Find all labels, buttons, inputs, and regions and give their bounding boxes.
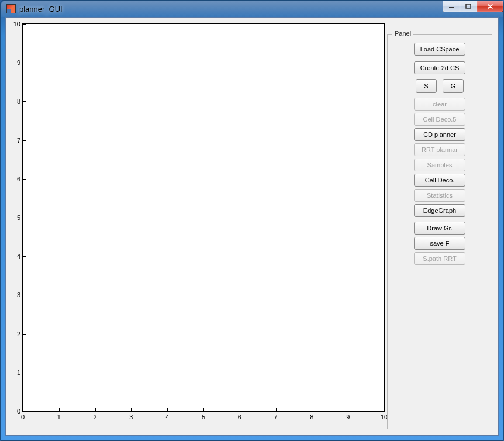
x-tick-label: 3 bbox=[129, 414, 133, 421]
y-tick-label: 3 bbox=[17, 291, 20, 298]
x-tick-label: 2 bbox=[94, 414, 97, 421]
x-tick-label: 0 bbox=[21, 414, 25, 421]
y-tick-label: 6 bbox=[17, 175, 20, 182]
y-tick-label: 7 bbox=[17, 137, 20, 144]
x-tick-label: 5 bbox=[202, 414, 205, 421]
window-controls bbox=[443, 1, 503, 12]
y-tick bbox=[23, 101, 26, 102]
y-tick-label: 2 bbox=[17, 330, 20, 337]
rrt-plannar-button: RRT plannar bbox=[414, 143, 465, 156]
x-tick-label: 1 bbox=[57, 414, 61, 421]
y-tick bbox=[23, 256, 26, 257]
axes[interactable]: 012345678910012345678910 bbox=[22, 23, 385, 412]
x-tick-label: 7 bbox=[274, 414, 278, 421]
svg-rect-0 bbox=[449, 7, 454, 8]
cell-deco-button[interactable]: Cell Deco. bbox=[414, 174, 465, 187]
y-tick bbox=[23, 63, 26, 63]
spath-rrt-button: S.path RRT bbox=[414, 252, 465, 265]
g-button[interactable]: G bbox=[443, 79, 464, 93]
y-tick bbox=[23, 295, 26, 295]
statistics-button: Statistics bbox=[414, 189, 465, 202]
content-area: 012345678910012345678910 Panel Load CSpa… bbox=[5, 17, 499, 436]
window-title: planner_GUI bbox=[19, 5, 63, 13]
sambles-button: Sambles bbox=[414, 159, 465, 171]
x-tick-label: 4 bbox=[165, 414, 169, 421]
x-tick bbox=[23, 408, 23, 411]
save-f-button[interactable]: save F bbox=[414, 237, 465, 250]
x-tick bbox=[203, 408, 204, 411]
y-tick-label: 10 bbox=[13, 20, 20, 27]
x-tick-label: 6 bbox=[238, 414, 241, 421]
app-window: planner_GUI 012345678910012345678910 Pan… bbox=[0, 0, 504, 441]
titlebar: planner_GUI bbox=[1, 1, 503, 17]
edgegraph-button[interactable]: EdgeGraph bbox=[414, 204, 465, 217]
x-tick bbox=[131, 408, 132, 411]
y-tick-label: 5 bbox=[17, 214, 20, 221]
x-tick bbox=[167, 408, 168, 411]
minimize-button[interactable] bbox=[443, 1, 460, 12]
y-tick bbox=[23, 334, 26, 335]
create-2d-cs-button[interactable]: Create 2d CS bbox=[414, 61, 465, 74]
x-tick bbox=[384, 408, 385, 411]
x-tick-label: 8 bbox=[310, 414, 313, 421]
plot-region: 012345678910012345678910 bbox=[6, 18, 387, 435]
y-tick bbox=[23, 140, 26, 141]
s-button[interactable]: S bbox=[416, 79, 437, 93]
x-tick bbox=[59, 408, 60, 411]
y-tick-label: 0 bbox=[17, 408, 20, 415]
y-tick-label: 9 bbox=[17, 59, 20, 66]
svg-rect-1 bbox=[466, 4, 471, 8]
x-tick-label: 9 bbox=[346, 414, 350, 421]
clear-button: clear bbox=[414, 98, 465, 111]
y-tick bbox=[23, 24, 26, 25]
x-tick bbox=[348, 408, 348, 411]
y-tick-label: 8 bbox=[17, 98, 20, 105]
maximize-button[interactable] bbox=[460, 1, 477, 12]
sg-row: S G bbox=[416, 79, 464, 93]
x-tick bbox=[240, 408, 240, 411]
panel-group: Panel Load CSpace Create 2d CS S G clear… bbox=[387, 34, 492, 429]
y-tick-label: 1 bbox=[17, 369, 20, 376]
y-tick bbox=[23, 373, 26, 373]
x-tick bbox=[95, 408, 96, 411]
y-tick bbox=[23, 411, 26, 412]
x-tick bbox=[312, 408, 312, 411]
y-tick bbox=[23, 218, 26, 218]
x-tick bbox=[276, 408, 277, 411]
y-tick bbox=[23, 179, 26, 180]
matlab-icon bbox=[6, 4, 16, 13]
close-button[interactable] bbox=[477, 1, 503, 12]
cell-deco5-button: Cell Deco.5 bbox=[414, 113, 465, 126]
panel-legend: Panel bbox=[392, 30, 413, 37]
load-cspace-button[interactable]: Load CSpace bbox=[414, 43, 465, 56]
cd-planner-button[interactable]: CD planner bbox=[414, 128, 465, 141]
y-tick-label: 4 bbox=[17, 253, 20, 260]
draw-gr-button[interactable]: Draw Gr. bbox=[414, 222, 465, 235]
